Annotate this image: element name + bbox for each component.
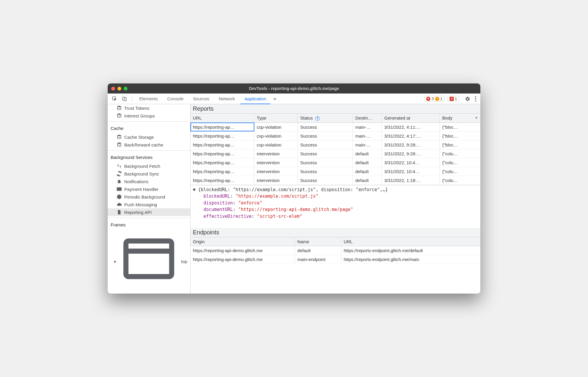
col-url[interactable]: URL bbox=[341, 237, 480, 246]
more-tabs-icon[interactable]: » bbox=[272, 94, 278, 103]
table-row[interactable]: https://reporting-ap…csp-violationSucces… bbox=[190, 140, 480, 149]
table-cell: {"colu… bbox=[440, 158, 480, 167]
table-cell: https://reporting-api-demo.glitch.me bbox=[190, 246, 295, 255]
table-cell: 3/31/2022, 9:28:… bbox=[382, 149, 440, 158]
object-property: blockedURL: "https://example.com/script.… bbox=[203, 193, 478, 200]
sidebar-item-interest-groups[interactable]: Interest Groups bbox=[108, 112, 190, 120]
table-cell: intervention bbox=[254, 149, 298, 158]
table-row[interactable]: https://reporting-ap…interventionSuccess… bbox=[190, 176, 480, 185]
device-toolbar-icon[interactable] bbox=[120, 95, 129, 103]
table-cell: Success bbox=[298, 140, 353, 149]
settings-icon[interactable] bbox=[463, 95, 472, 103]
col-body[interactable]: Body ▲ bbox=[440, 114, 480, 123]
col-type[interactable]: Type bbox=[254, 114, 298, 123]
sidebar-item-label: Interest Groups bbox=[124, 113, 155, 118]
sidebar-item-label: Cache Storage bbox=[124, 135, 154, 140]
sidebar-item-background-fetch[interactable]: Background Fetch bbox=[108, 162, 190, 170]
col-name[interactable]: Name bbox=[295, 237, 341, 246]
table-cell: main-… bbox=[353, 131, 382, 140]
table-cell: https://reporting-ap… bbox=[190, 131, 254, 140]
sidebar-item-label: Background Sync bbox=[124, 171, 159, 176]
table-cell: 3/31/2022, 10:4… bbox=[382, 158, 440, 167]
tab-console[interactable]: Console bbox=[163, 94, 188, 104]
col-url[interactable]: URL bbox=[190, 114, 254, 123]
help-icon[interactable]: ? bbox=[315, 116, 320, 121]
table-cell: {"colu… bbox=[440, 176, 480, 185]
table-cell: 3/31/2022, 9:28:… bbox=[382, 140, 440, 149]
table-cell: https://reporting-ap… bbox=[190, 149, 254, 158]
sidebar-item-label: Background Fetch bbox=[124, 164, 160, 169]
svg-point-8 bbox=[117, 135, 121, 136]
sidebar-item-background-sync[interactable]: Background Sync bbox=[108, 170, 190, 178]
tab-network[interactable]: Network bbox=[215, 94, 239, 104]
tab-application[interactable]: Application bbox=[240, 94, 270, 104]
tab-elements[interactable]: Elements bbox=[135, 94, 162, 104]
close-window-button[interactable] bbox=[111, 87, 115, 91]
sidebar-item-trust-tokens[interactable]: Trust Tokens bbox=[108, 104, 190, 112]
col-status[interactable]: Status ? bbox=[298, 114, 353, 123]
titlebar: DevTools - reporting-api-demo.glitch.me/… bbox=[108, 83, 480, 94]
sidebar-item-cache-storage[interactable]: Cache Storage bbox=[108, 133, 190, 141]
reports-panel-title: Reports bbox=[190, 104, 480, 114]
table-cell: Success bbox=[298, 158, 353, 167]
table-cell: https://reports-endpoint.glitch.me/defau… bbox=[341, 246, 480, 255]
error-warning-badge[interactable]: ✕ 3 ! 1 bbox=[424, 96, 444, 102]
tab-sources[interactable]: Sources bbox=[189, 94, 214, 104]
sidebar-item-label: Back/forward cache bbox=[124, 142, 163, 147]
sidebar-item-payment-handler[interactable]: Payment Handler bbox=[108, 185, 190, 193]
table-row[interactable]: https://reporting-api-demo.glitch.memain… bbox=[190, 255, 480, 264]
sidebar-item-reporting-api[interactable]: Reporting API bbox=[108, 208, 190, 216]
table-cell: https://reporting-api-demo.glitch.me bbox=[190, 255, 295, 264]
sidebar-item-bfcache[interactable]: Back/forward cache bbox=[108, 141, 190, 149]
issues-badge[interactable]: ✕ 1 bbox=[448, 96, 459, 102]
credit-card-icon bbox=[117, 186, 122, 192]
reports-table: URL Type Status ? Destin… Generated at B… bbox=[190, 114, 480, 185]
table-row[interactable]: https://reporting-ap…csp-violationSucces… bbox=[190, 131, 480, 140]
table-row[interactable]: https://reporting-ap…csp-violationSucces… bbox=[190, 123, 480, 131]
col-origin[interactable]: Origin bbox=[190, 237, 295, 246]
sidebar-section-frames: Frames bbox=[108, 220, 190, 230]
sync-icon bbox=[117, 171, 122, 176]
svg-point-3 bbox=[475, 96, 476, 97]
table-row[interactable]: https://reporting-ap…interventionSuccess… bbox=[190, 167, 480, 176]
traffic-lights bbox=[111, 87, 127, 91]
window-title: DevTools - reporting-api-demo.glitch.me/… bbox=[108, 86, 480, 91]
sidebar-item-push-messaging[interactable]: Push Messaging bbox=[108, 201, 190, 208]
kebab-menu-icon[interactable] bbox=[473, 95, 478, 103]
col-generated-at[interactable]: Generated at bbox=[382, 114, 440, 123]
minimize-window-button[interactable] bbox=[117, 87, 121, 91]
table-row[interactable]: https://reporting-ap…interventionSuccess… bbox=[190, 158, 480, 167]
table-row[interactable]: https://reporting-api-demo.glitch.medefa… bbox=[190, 246, 480, 255]
sort-ascending-icon: ▲ bbox=[475, 115, 478, 119]
sidebar-item-notifications[interactable]: Notifications bbox=[108, 178, 190, 185]
sidebar-item-periodic-background[interactable]: Periodic Background bbox=[108, 193, 190, 201]
sidebar-item-label: Trust Tokens bbox=[124, 106, 149, 111]
sidebar-section-background: Background Services bbox=[108, 152, 190, 162]
error-count: 3 bbox=[432, 96, 434, 101]
object-property: documentURL: "https://reporting-api-demo… bbox=[203, 206, 478, 213]
database-icon bbox=[117, 134, 122, 140]
table-cell: Success bbox=[298, 131, 353, 140]
database-icon bbox=[117, 142, 122, 147]
table-cell: default bbox=[353, 176, 382, 185]
svg-point-9 bbox=[117, 143, 121, 144]
sidebar-item-frame-top[interactable]: ▶ top bbox=[108, 230, 190, 293]
table-cell: default bbox=[353, 167, 382, 176]
sidebar-item-label: Push Messaging bbox=[124, 202, 157, 207]
divider bbox=[108, 218, 190, 218]
svg-point-5 bbox=[475, 100, 476, 102]
main-panel: Reports URL Type Status ? Destin… Genera… bbox=[190, 104, 480, 294]
table-cell: Success bbox=[298, 176, 353, 185]
zoom-window-button[interactable] bbox=[124, 87, 127, 91]
table-row[interactable]: https://reporting-ap…interventionSuccess… bbox=[190, 149, 480, 158]
disclosure-triangle-icon[interactable]: ▶ bbox=[114, 260, 117, 263]
divider bbox=[108, 121, 190, 122]
col-destination[interactable]: Destin… bbox=[353, 114, 382, 123]
table-header-row: Origin Name URL bbox=[190, 237, 480, 246]
table-cell: https://reporting-ap… bbox=[190, 123, 254, 131]
frame-icon bbox=[118, 231, 179, 292]
table-cell: https://reporting-ap… bbox=[190, 140, 254, 149]
object-disclosure[interactable]: ▼ {blockedURL: "https://example.com/scri… bbox=[193, 186, 478, 193]
inspect-element-icon[interactable] bbox=[110, 95, 119, 103]
table-cell: main-… bbox=[353, 140, 382, 149]
